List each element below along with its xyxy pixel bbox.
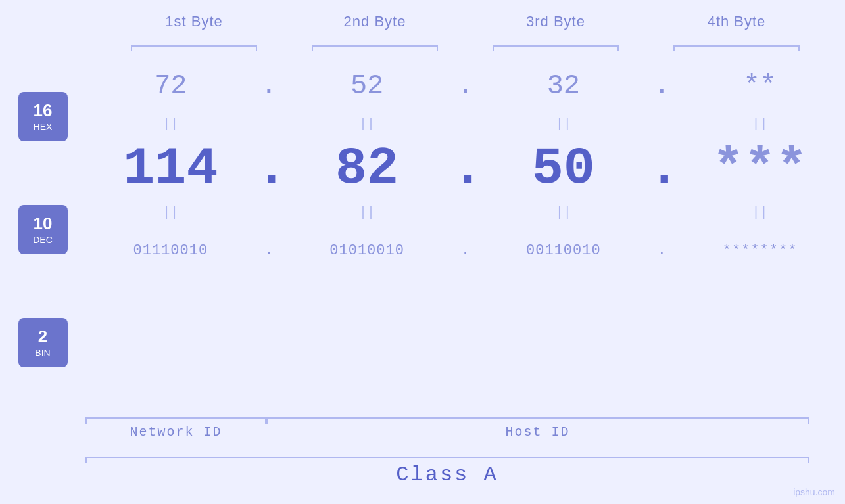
bin-badge: 2 BIN xyxy=(18,318,68,367)
values-area: 72 . 52 . 32 . ** xyxy=(85,60,845,399)
bin-row: 01110010 . 01010010 . 00110010 . xyxy=(85,224,845,277)
network-bracket xyxy=(85,417,266,419)
bracket-b1 xyxy=(104,34,285,47)
bin-b2: 01010010 xyxy=(282,242,452,259)
bin-number: 2 xyxy=(38,327,47,347)
byte3-header: 3rd Byte xyxy=(466,13,646,30)
top-brackets xyxy=(104,34,827,47)
hex-b3: 32 xyxy=(479,70,649,102)
dec-dot2: . xyxy=(452,139,479,198)
bracket-b3 xyxy=(466,34,646,47)
bottom-area: Network ID Host ID Class A xyxy=(0,405,845,491)
id-brackets xyxy=(85,405,809,419)
dec-dot1: . xyxy=(256,139,282,198)
bracket-b4 xyxy=(646,34,827,47)
dec-name: DEC xyxy=(33,235,53,245)
hex-row: 72 . 52 . 32 . ** xyxy=(85,60,845,112)
eq2-b1: || xyxy=(85,205,256,220)
base-labels: 16 HEX 10 DEC 2 BIN xyxy=(0,60,85,399)
hex-number: 16 xyxy=(34,101,53,121)
watermark: ipshu.com xyxy=(793,487,835,497)
outer-bracket xyxy=(85,457,809,458)
dec-row: 114 . 82 . 50 . *** xyxy=(85,135,845,201)
outer-bracket-row xyxy=(85,445,809,458)
main-container: 1st Byte 2nd Byte 3rd Byte 4th Byte 16 H… xyxy=(0,0,845,504)
class-row: Class A xyxy=(85,458,809,491)
eq1-b4: || xyxy=(675,116,845,131)
bracket-b2 xyxy=(285,34,466,47)
byte-headers: 1st Byte 2nd Byte 3rd Byte 4th Byte xyxy=(104,13,827,30)
dec-b4: *** xyxy=(675,139,845,198)
byte4-header: 4th Byte xyxy=(646,13,827,30)
network-id-label: Network ID xyxy=(85,424,266,440)
eq2-b2: || xyxy=(282,205,452,220)
bin-dot3: . xyxy=(648,242,675,259)
eq1-b2: || xyxy=(282,116,452,131)
dec-dot3: . xyxy=(648,139,675,198)
dec-number: 10 xyxy=(34,214,53,234)
id-labels: Network ID Host ID xyxy=(85,419,809,445)
eq2-b4: || xyxy=(675,205,845,220)
dec-badge: 10 DEC xyxy=(18,205,68,254)
bin-dot1: . xyxy=(256,242,282,259)
bin-name: BIN xyxy=(35,348,50,358)
hex-name: HEX xyxy=(34,122,53,132)
hex-dot2: . xyxy=(452,70,479,102)
host-id-label: Host ID xyxy=(266,424,809,440)
dec-b2: 82 xyxy=(282,139,452,198)
hex-b4: ** xyxy=(675,70,845,102)
content-area: 16 HEX 10 DEC 2 BIN 72 . xyxy=(0,60,845,399)
eq1-b1: || xyxy=(85,116,256,131)
hex-dot3: . xyxy=(648,70,675,102)
bin-dot2: . xyxy=(452,242,479,259)
byte1-header: 1st Byte xyxy=(104,13,285,30)
hex-dot1: . xyxy=(256,70,282,102)
bin-b4: ******** xyxy=(675,242,845,259)
hex-badge: 16 HEX xyxy=(18,92,68,141)
eq2-b3: || xyxy=(479,205,649,220)
equals-row-2: || || || || xyxy=(85,201,845,224)
bin-b1: 01110010 xyxy=(85,242,256,259)
hex-b2: 52 xyxy=(282,70,452,102)
eq1-b3: || xyxy=(479,116,649,131)
bin-b3: 00110010 xyxy=(479,242,649,259)
hex-b1: 72 xyxy=(85,70,256,102)
host-bracket xyxy=(266,417,809,419)
byte2-header: 2nd Byte xyxy=(285,13,466,30)
dec-b3: 50 xyxy=(479,139,649,198)
dec-b1: 114 xyxy=(85,139,256,198)
equals-row-1: || || || || xyxy=(85,112,845,135)
class-label: Class A xyxy=(396,463,498,487)
